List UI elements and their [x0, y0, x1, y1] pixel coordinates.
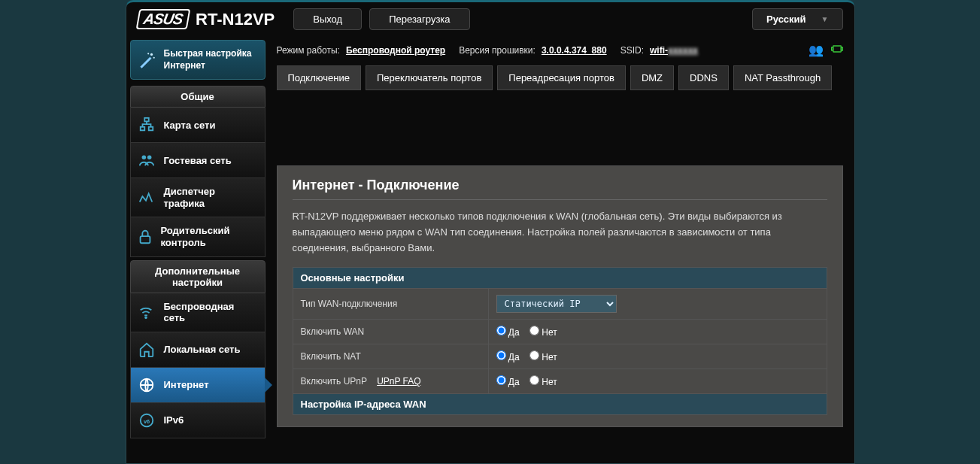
menu-wan[interactable]: Интернет: [130, 368, 265, 403]
enable-nat-no[interactable]: [529, 350, 539, 360]
menu-network-map[interactable]: Карта сети: [130, 108, 265, 143]
tab-connection[interactable]: Подключение: [277, 65, 361, 90]
reboot-button[interactable]: Перезагрузка: [369, 8, 469, 30]
tab-nat-passthrough[interactable]: NAT Passthrough: [733, 65, 832, 90]
globe-icon: [137, 375, 156, 395]
svg-point-9: [146, 317, 147, 319]
svg-rect-8: [140, 236, 150, 243]
language-label: Русский: [766, 14, 806, 25]
enable-wan-label: Включить WAN: [293, 320, 488, 344]
tab-dmz[interactable]: DMZ: [630, 65, 674, 90]
svg-rect-5: [148, 127, 153, 131]
svg-point-6: [141, 156, 146, 160]
svg-rect-15: [841, 47, 842, 50]
tab-port-forward[interactable]: Переадресация портов: [497, 65, 626, 90]
ipv6-icon: v6: [137, 411, 156, 430]
menu-traffic-manager[interactable]: Диспетчер трафика: [130, 178, 265, 217]
ssid-link[interactable]: wifi-xxxxxx: [650, 45, 698, 56]
upnp-faq-link[interactable]: UPnP FAQ: [377, 376, 420, 387]
enable-wan-no[interactable]: [529, 326, 539, 335]
chevron-down-icon: ▼: [821, 15, 829, 23]
enable-upnp-yes[interactable]: [496, 375, 506, 385]
svg-point-7: [147, 156, 151, 160]
guest-network-icon: [137, 150, 156, 170]
wand-icon: [137, 50, 156, 71]
menu-lan[interactable]: Локальная сеть: [130, 332, 265, 368]
mode-label: Режим работы:: [277, 45, 340, 56]
svg-rect-14: [831, 47, 833, 50]
wifi-icon: [137, 302, 156, 322]
logout-button[interactable]: Выход: [293, 8, 362, 30]
traffic-icon: [137, 188, 156, 208]
menu-parental-control[interactable]: Родительский контроль: [130, 217, 265, 256]
enable-upnp-no[interactable]: [529, 375, 539, 385]
ssid-label: SSID:: [620, 45, 644, 56]
svg-rect-4: [140, 127, 144, 131]
svg-rect-3: [144, 118, 149, 122]
menu-label: Интернет: [164, 379, 209, 390]
home-icon: [137, 340, 156, 359]
menu-guest-network[interactable]: Гостевая сеть: [130, 143, 265, 178]
quick-setup-label: Быстрая настройка Интернет: [164, 48, 259, 71]
lock-icon: [137, 227, 153, 247]
menu-label: Гостевая сеть: [164, 155, 232, 166]
enable-wan-yes[interactable]: [496, 326, 506, 335]
menu-label: Диспетчер трафика: [163, 186, 258, 209]
model-name: RT-N12VP: [196, 10, 275, 29]
page-title: Интернет - Подключение: [293, 177, 827, 193]
tab-ddns[interactable]: DDNS: [678, 65, 729, 90]
enable-nat-label: Включить NAT: [293, 344, 488, 369]
page-description: RT-N12VP поддерживает несколько типов по…: [293, 209, 827, 256]
menu-label: Карта сети: [164, 120, 216, 131]
quick-setup-button[interactable]: Быстрая настройка Интернет: [130, 40, 265, 80]
firmware-label: Версия прошивки:: [459, 45, 536, 56]
menu-ipv6[interactable]: v6 IPv6: [130, 403, 265, 438]
config-section-wan-ip: Настройка IP-адреса WAN: [293, 394, 827, 415]
brand-logo: ASUS: [135, 9, 190, 29]
mode-link[interactable]: Беспроводной роутер: [346, 45, 445, 56]
menu-label: Локальная сеть: [164, 344, 241, 355]
svg-point-2: [147, 53, 149, 54]
menu-wireless[interactable]: Беспроводная сеть: [130, 293, 265, 332]
menu-label: Родительский контроль: [161, 225, 259, 248]
svg-point-1: [153, 56, 154, 58]
svg-text:v6: v6: [143, 417, 149, 424]
language-select[interactable]: Русский ▼: [752, 8, 842, 30]
wan-type-label: Тип WAN-подключения: [293, 289, 488, 320]
section-advanced: Дополнительные настройки: [130, 260, 265, 293]
menu-label: IPv6: [164, 414, 184, 426]
wan-type-select[interactable]: Статический IP: [496, 295, 617, 313]
config-section-basic: Основные настройки: [293, 268, 827, 289]
enable-nat-yes[interactable]: [496, 350, 506, 360]
connection-status-icon[interactable]: [831, 43, 843, 58]
menu-label: Беспроводная сеть: [163, 301, 258, 324]
svg-rect-13: [833, 46, 841, 52]
section-general: Общие: [130, 86, 265, 108]
network-map-icon: [137, 115, 156, 135]
clients-icon[interactable]: 👥: [809, 43, 824, 58]
firmware-link[interactable]: 3.0.0.4.374_880: [542, 45, 607, 56]
svg-point-0: [150, 53, 152, 55]
tab-port-trigger[interactable]: Переключатель портов: [366, 65, 493, 90]
enable-upnp-label: Включить UPnP: [301, 376, 367, 387]
